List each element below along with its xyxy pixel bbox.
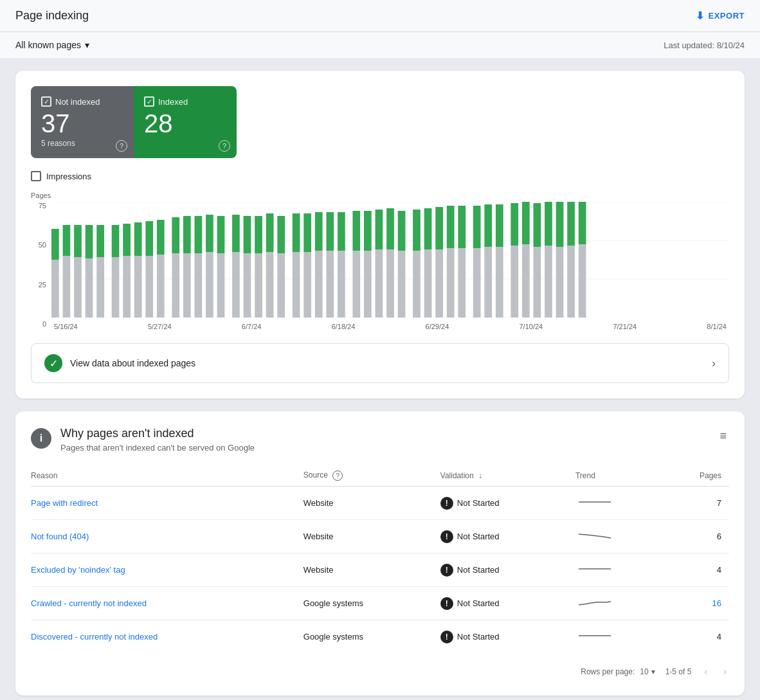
svg-rect-23 <box>157 220 165 255</box>
svg-rect-21 <box>145 221 153 256</box>
svg-rect-4 <box>51 260 59 318</box>
svg-rect-55 <box>352 211 360 251</box>
svg-rect-29 <box>195 216 203 253</box>
exclamation-icon: ! <box>440 631 453 643</box>
svg-rect-24 <box>172 253 179 318</box>
svg-rect-14 <box>112 257 120 318</box>
svg-rect-16 <box>123 256 131 318</box>
svg-rect-67 <box>424 208 432 249</box>
svg-rect-40 <box>266 252 274 318</box>
svg-rect-62 <box>398 251 406 318</box>
source-cell: Website <box>303 553 440 587</box>
validation-cell: ! Not Started <box>440 520 575 553</box>
source-help-icon[interactable]: ? <box>332 471 343 481</box>
svg-rect-75 <box>473 206 481 248</box>
table-row: Discovered - currently not indexedGoogle… <box>31 620 729 654</box>
next-page-button[interactable]: › <box>721 663 729 680</box>
svg-rect-92 <box>579 244 586 318</box>
svg-rect-8 <box>74 257 82 318</box>
table-row: Not found (404)Website ! Not Started 6 <box>31 520 729 553</box>
why-header: i Why pages aren't indexed Pages that ar… <box>31 427 729 453</box>
rows-per-page-select[interactable]: 10 ▾ <box>640 667 655 676</box>
svg-rect-84 <box>534 247 541 318</box>
pages-cell[interactable]: 16 <box>669 587 729 620</box>
filter-icon[interactable]: ≡ <box>717 427 729 445</box>
why-pages-card: i Why pages aren't indexed Pages that ar… <box>15 411 745 696</box>
pages-cell: 6 <box>669 520 729 553</box>
svg-rect-64 <box>413 251 421 318</box>
svg-rect-79 <box>496 204 503 247</box>
export-button[interactable]: ⬇ EXPORT <box>696 10 745 22</box>
svg-rect-49 <box>315 212 323 251</box>
why-pages-table: Reason Source ? Validation ↓ Trend Pages… <box>31 465 729 653</box>
reason-cell[interactable]: Not found (404) <box>31 520 303 553</box>
svg-rect-34 <box>232 252 240 318</box>
view-data-link[interactable]: ✓ View data about indexed pages › <box>31 343 729 383</box>
impressions-row: Impressions <box>31 171 729 181</box>
svg-rect-19 <box>134 222 142 256</box>
info-icon: i <box>31 428 51 449</box>
not-indexed-sub: 5 reasons <box>41 139 118 148</box>
prev-page-button[interactable]: ‹ <box>701 663 710 680</box>
source-cell: Website <box>303 520 440 553</box>
reason-cell[interactable]: Discovered - currently not indexed <box>31 620 303 654</box>
filter-dropdown[interactable]: All known pages ▾ <box>15 40 89 50</box>
why-subtitle: Pages that aren't indexed can't be serve… <box>60 443 255 453</box>
last-updated: Last updated: 8/10/24 <box>664 40 745 50</box>
svg-rect-70 <box>447 248 455 318</box>
svg-rect-73 <box>458 206 466 248</box>
toolbar: All known pages ▾ Last updated: 8/10/24 <box>0 32 760 58</box>
main-content: Not indexed 37 5 reasons ? Indexed 28 ? … <box>0 58 760 700</box>
svg-rect-41 <box>266 213 274 252</box>
svg-rect-69 <box>435 207 443 249</box>
svg-rect-12 <box>96 257 104 318</box>
not-indexed-count: 37 <box>41 111 118 136</box>
svg-rect-87 <box>545 202 552 246</box>
exclamation-icon: ! <box>440 597 453 610</box>
reason-cell[interactable]: Page with redirect <box>31 487 303 520</box>
svg-rect-44 <box>293 252 300 318</box>
svg-rect-57 <box>364 211 372 251</box>
svg-rect-42 <box>277 253 285 318</box>
exclamation-icon: ! <box>440 497 453 510</box>
y-axis-label: Pages <box>31 192 729 199</box>
svg-rect-53 <box>338 212 345 251</box>
reason-cell[interactable]: Excluded by 'noindex' tag <box>31 553 303 587</box>
svg-rect-6 <box>63 256 71 318</box>
status-tiles: Not indexed 37 5 reasons ? Indexed 28 ? <box>31 86 729 158</box>
svg-rect-63 <box>398 211 406 251</box>
sort-down-icon: ↓ <box>478 471 482 480</box>
svg-rect-17 <box>123 224 131 256</box>
svg-rect-31 <box>206 215 213 252</box>
impressions-checkbox[interactable] <box>31 171 41 181</box>
svg-rect-65 <box>413 210 421 251</box>
not-indexed-help-icon[interactable]: ? <box>116 140 127 152</box>
svg-rect-66 <box>424 249 432 318</box>
page-header: Page indexing ⬇ EXPORT <box>0 0 760 32</box>
svg-rect-30 <box>206 252 213 318</box>
svg-rect-50 <box>326 251 334 318</box>
validation-cell: ! Not Started <box>440 620 575 654</box>
pages-cell: 4 <box>669 553 729 587</box>
indexed-checkbox <box>144 96 154 107</box>
trend-cell <box>575 520 669 553</box>
svg-rect-18 <box>134 256 142 318</box>
svg-rect-77 <box>484 204 492 247</box>
indexed-help-icon[interactable]: ? <box>219 140 230 152</box>
svg-rect-5 <box>51 229 59 260</box>
trend-cell <box>575 587 669 620</box>
svg-rect-72 <box>458 248 466 318</box>
download-icon: ⬇ <box>696 10 705 22</box>
chevron-down-icon: ▾ <box>85 40 89 50</box>
svg-rect-80 <box>511 246 518 318</box>
svg-rect-52 <box>338 251 345 318</box>
svg-rect-28 <box>195 253 203 318</box>
reason-cell[interactable]: Crawled - currently not indexed <box>31 587 303 620</box>
validation-cell: ! Not Started <box>440 587 575 620</box>
svg-rect-85 <box>534 203 541 247</box>
svg-rect-71 <box>447 206 455 248</box>
svg-rect-20 <box>145 256 153 318</box>
view-data-text: View data about indexed pages <box>70 358 195 368</box>
svg-rect-82 <box>522 244 530 318</box>
source-cell: Google systems <box>303 620 440 654</box>
